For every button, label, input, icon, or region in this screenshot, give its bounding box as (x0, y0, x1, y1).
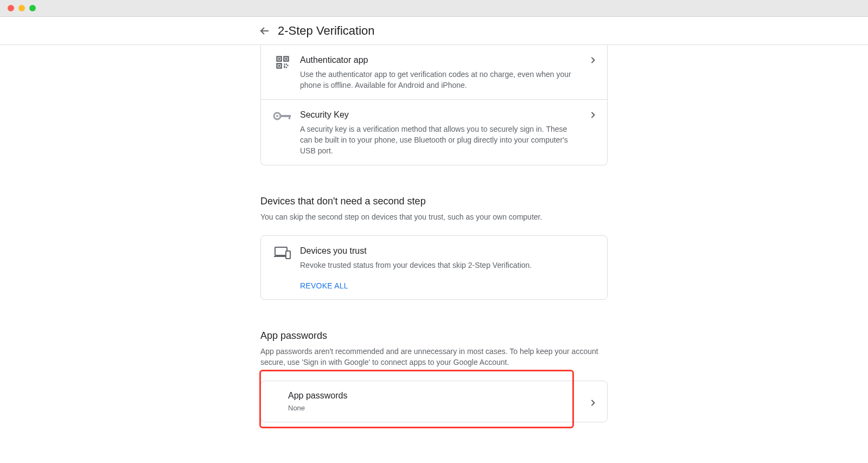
chevron-right-icon (588, 110, 598, 120)
svg-rect-16 (275, 247, 287, 255)
svg-rect-18 (286, 251, 290, 259)
chevron-right-icon (588, 397, 598, 408)
authenticator-app-row[interactable]: Authenticator app Use the authenticator … (261, 45, 607, 99)
window-maximize-button[interactable] (29, 5, 36, 11)
devices-icon (270, 245, 296, 260)
svg-rect-11 (284, 67, 285, 68)
main-content: Authenticator app Use the authenticator … (0, 45, 868, 422)
page-header: 2-Step Verification (0, 17, 868, 45)
app-passwords-title: App passwords (288, 391, 598, 401)
trusted-devices-card: Devices you trust Revoke trusted status … (260, 235, 608, 300)
app-passwords-desc: App passwords aren't recommended and are… (260, 346, 608, 368)
svg-rect-15 (289, 115, 290, 119)
security-key-title: Security Key (300, 108, 577, 121)
svg-rect-6 (284, 63, 285, 65)
svg-rect-1 (278, 58, 280, 60)
window-chrome (0, 0, 868, 17)
key-icon (270, 108, 296, 123)
app-passwords-row[interactable]: App passwords None (261, 381, 607, 422)
window-close-button[interactable] (8, 5, 14, 11)
page-title: 2-Step Verification (278, 24, 375, 38)
authenticator-app-desc: Use the authenticator app to get verific… (300, 69, 577, 91)
trusted-devices-desc: You can skip the second step on devices … (260, 211, 608, 222)
revoke-all-button[interactable]: REVOKE ALL (300, 281, 348, 290)
trusted-devices-heading: Devices that don't need a second step (260, 196, 608, 207)
svg-point-13 (276, 115, 278, 117)
devices-you-trust-title: Devices you trust (300, 245, 577, 258)
app-passwords-heading: App passwords (260, 330, 608, 342)
arrow-left-icon (258, 24, 271, 37)
back-button[interactable] (254, 20, 276, 42)
devices-you-trust-row: Devices you trust Revoke trusted status … (261, 236, 607, 299)
svg-rect-9 (284, 66, 285, 67)
authenticator-app-title: Authenticator app (300, 54, 577, 67)
chevron-right-icon (588, 55, 598, 66)
svg-rect-7 (286, 63, 287, 65)
app-passwords-value: None (288, 404, 598, 412)
second-steps-card: Authenticator app Use the authenticator … (260, 45, 608, 165)
svg-rect-10 (286, 67, 287, 68)
window-minimize-button[interactable] (18, 5, 25, 11)
svg-rect-8 (287, 65, 288, 66)
security-key-row[interactable]: Security Key A security key is a verific… (261, 99, 607, 165)
qr-code-icon (270, 54, 296, 70)
svg-rect-5 (278, 65, 280, 67)
app-passwords-card: App passwords None (260, 381, 608, 422)
security-key-desc: A security key is a verification method … (300, 124, 577, 156)
devices-you-trust-desc: Revoke trusted status from your devices … (300, 260, 577, 271)
svg-rect-3 (285, 58, 288, 60)
